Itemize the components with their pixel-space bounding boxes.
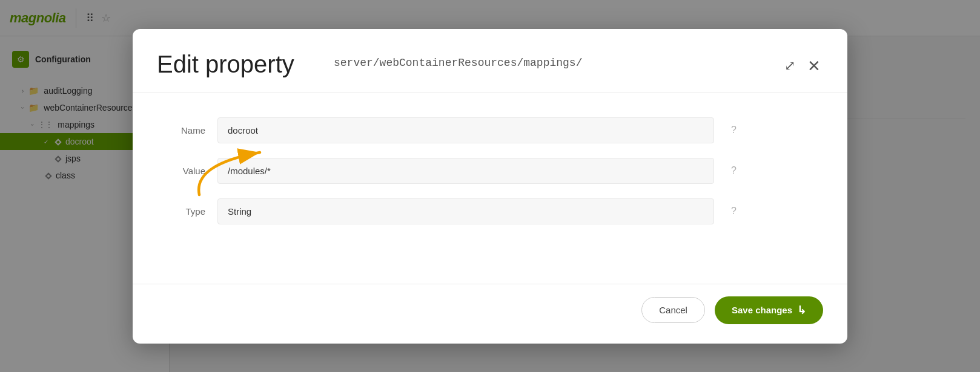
cancel-button[interactable]: Cancel bbox=[641, 297, 705, 323]
type-label: Type bbox=[157, 206, 205, 217]
dialog-header-actions: ⤢ ✕ bbox=[782, 51, 823, 76]
type-field-row: Type ? bbox=[157, 198, 823, 224]
cursor-icon: ↳ bbox=[797, 304, 806, 317]
close-button[interactable]: ✕ bbox=[805, 56, 823, 76]
name-input[interactable] bbox=[217, 117, 714, 143]
type-input[interactable] bbox=[217, 198, 714, 224]
name-help[interactable]: ? bbox=[731, 125, 737, 135]
value-input[interactable] bbox=[217, 158, 714, 184]
dialog-header: Edit property server/webContainerResourc… bbox=[133, 29, 847, 93]
expand-button[interactable]: ⤢ bbox=[782, 57, 798, 75]
save-label: Save changes bbox=[732, 305, 792, 315]
name-label: Name bbox=[157, 125, 205, 135]
value-label: Value bbox=[157, 166, 205, 176]
dialog-path: server/webContainerResources/mappings/ bbox=[334, 51, 763, 69]
dialog-title: Edit property bbox=[157, 51, 314, 78]
value-help[interactable]: ? bbox=[731, 165, 737, 176]
type-help[interactable]: ? bbox=[731, 206, 737, 217]
dialog-body: Name ? Value ? Type ? bbox=[133, 93, 847, 284]
save-changes-button[interactable]: Save changes ↳ bbox=[715, 296, 823, 324]
value-field-row: Value ? bbox=[157, 158, 823, 184]
modal-overlay: Edit property server/webContainerResourc… bbox=[0, 0, 980, 372]
dialog-footer: Cancel Save changes ↳ bbox=[133, 284, 847, 344]
edit-property-dialog: Edit property server/webContainerResourc… bbox=[133, 29, 847, 344]
name-field-row: Name ? bbox=[157, 117, 823, 143]
